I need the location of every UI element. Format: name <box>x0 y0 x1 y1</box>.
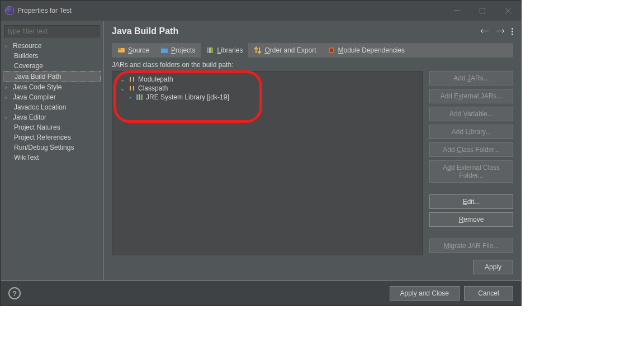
page-title: Java Build Path <box>112 26 178 36</box>
add-variable-button[interactable]: Add Variable... <box>429 107 513 121</box>
svg-rect-13 <box>136 94 138 100</box>
source-icon <box>117 46 125 54</box>
projects-icon <box>160 46 168 54</box>
svg-rect-8 <box>207 47 209 53</box>
sidebar-item-label: Resource <box>13 42 41 50</box>
sidebar-item-java-compiler[interactable]: ›Java Compiler <box>3 92 101 102</box>
sidebar-item-coverage[interactable]: Coverage <box>3 61 101 71</box>
classpath-node[interactable]: ⌄ Classpath <box>115 84 420 93</box>
sidebar-item-label: Java Code Style <box>13 83 61 91</box>
svg-rect-5 <box>118 48 121 50</box>
library-icon <box>136 94 144 101</box>
tab-projects[interactable]: Projects <box>155 43 201 58</box>
sidebar-item-label: Java Compiler <box>13 93 56 101</box>
help-button[interactable]: ? <box>8 287 21 299</box>
svg-rect-14 <box>139 94 140 100</box>
libraries-tree[interactable]: ⌄ Modulepath ⌄ Classpath › JRE Sy <box>112 71 423 255</box>
add-library-button[interactable]: Add Library... <box>429 125 513 139</box>
sidebar-item-label: Builders <box>14 52 38 60</box>
chevron-down-icon: ⌄ <box>119 85 126 92</box>
libraries-icon <box>206 46 214 54</box>
module-deps-icon <box>328 46 335 54</box>
svg-rect-1 <box>480 8 485 13</box>
tabs-bar: Source Projects Libraries Order and Expo… <box>112 43 513 58</box>
forward-button[interactable]: 🡒 <box>496 26 505 36</box>
tree-node-label: Modulepath <box>138 75 173 83</box>
sidebar-item-label: Project Natures <box>14 123 60 131</box>
sidebar-item-java-code-style[interactable]: ›Java Code Style <box>3 82 101 92</box>
sidebar-item-java-editor[interactable]: ›Java Editor <box>3 112 101 122</box>
modulepath-node[interactable]: ⌄ Modulepath <box>115 75 420 84</box>
titlebar: Properties for Test <box>1 1 521 21</box>
window-title: Properties for Test <box>17 7 72 15</box>
svg-rect-12 <box>330 49 333 52</box>
tab-order-export[interactable]: Order and Export <box>248 43 321 58</box>
package-icon <box>128 76 136 83</box>
sidebar: ›Resource Builders Coverage Java Build P… <box>1 21 104 280</box>
tab-source[interactable]: Source <box>112 43 155 58</box>
cancel-button[interactable]: Cancel <box>464 286 513 301</box>
sidebar-item-label: Coverage <box>14 62 43 70</box>
sidebar-item-label: Java Editor <box>13 113 46 121</box>
add-external-class-folder-button[interactable]: Add External Class Folder... <box>429 160 513 183</box>
sidebar-item-project-natures[interactable]: Project Natures <box>3 122 101 132</box>
package-icon <box>128 85 136 92</box>
sidebar-item-java-build-path[interactable]: Java Build Path <box>3 71 101 82</box>
category-tree: ›Resource Builders Coverage Java Build P… <box>1 41 103 163</box>
tab-module-deps[interactable]: Module Dependencies <box>322 43 410 58</box>
eclipse-icon <box>5 6 14 15</box>
remove-button[interactable]: Remove <box>429 212 513 227</box>
sidebar-item-label: Run/Debug Settings <box>14 144 74 151</box>
add-class-folder-button[interactable]: Add Class Folder... <box>429 142 513 157</box>
filter-input[interactable] <box>4 25 100 37</box>
svg-rect-9 <box>209 47 211 53</box>
minimize-button[interactable] <box>444 1 470 21</box>
apply-button[interactable]: Apply <box>473 260 513 274</box>
sidebar-item-resource[interactable]: ›Resource <box>3 41 101 51</box>
tree-node-label: JRE System Library [jdk-19] <box>146 93 229 101</box>
chevron-down-icon: ⌄ <box>119 77 126 83</box>
sidebar-item-label: Java Build Path <box>15 73 61 80</box>
footer: ? Apply and Close Cancel <box>1 280 521 306</box>
sidebar-item-wikitext[interactable]: WikiText <box>3 153 101 163</box>
apply-and-close-button[interactable]: Apply and Close <box>390 286 460 301</box>
edit-button[interactable]: Edit... <box>429 194 513 209</box>
sidebar-item-label: Javadoc Location <box>14 103 66 111</box>
migrate-jar-button[interactable]: Migrate JAR File... <box>429 239 513 253</box>
sidebar-item-run-debug[interactable]: Run/Debug Settings <box>3 142 101 153</box>
svg-rect-15 <box>141 94 143 100</box>
svg-rect-10 <box>211 47 213 53</box>
sidebar-item-label: WikiText <box>14 154 39 161</box>
svg-rect-6 <box>161 49 168 53</box>
content-panel: Java Build Path 🡐 🡒 Source Projects <box>104 21 521 280</box>
svg-rect-7 <box>161 47 164 49</box>
sidebar-item-javadoc-location[interactable]: Javadoc Location <box>3 102 101 112</box>
sidebar-item-builders[interactable]: Builders <box>3 51 101 61</box>
view-menu-button[interactable] <box>512 28 513 35</box>
sidebar-item-label: Project References <box>14 134 71 141</box>
back-button[interactable]: 🡐 <box>480 26 489 36</box>
maximize-button[interactable] <box>470 1 495 21</box>
jre-library-node[interactable]: › JRE System Library [jdk-19] <box>115 93 420 102</box>
add-jars-button[interactable]: Add JARs... <box>429 71 513 85</box>
tree-node-label: Classpath <box>138 84 168 92</box>
close-button[interactable] <box>495 1 521 21</box>
description-label: JARs and class folders on the build path… <box>112 61 513 69</box>
tab-libraries[interactable]: Libraries <box>201 43 248 58</box>
sidebar-item-project-references[interactable]: Project References <box>3 132 101 142</box>
chevron-right-icon: › <box>127 94 134 101</box>
order-export-icon <box>254 46 262 54</box>
buttons-column: Add JARs... Add External JARs... Add Var… <box>429 71 513 253</box>
properties-dialog: Properties for Test ›Resource Builders C… <box>0 0 522 306</box>
add-external-jars-button[interactable]: Add External JARs... <box>429 89 513 103</box>
